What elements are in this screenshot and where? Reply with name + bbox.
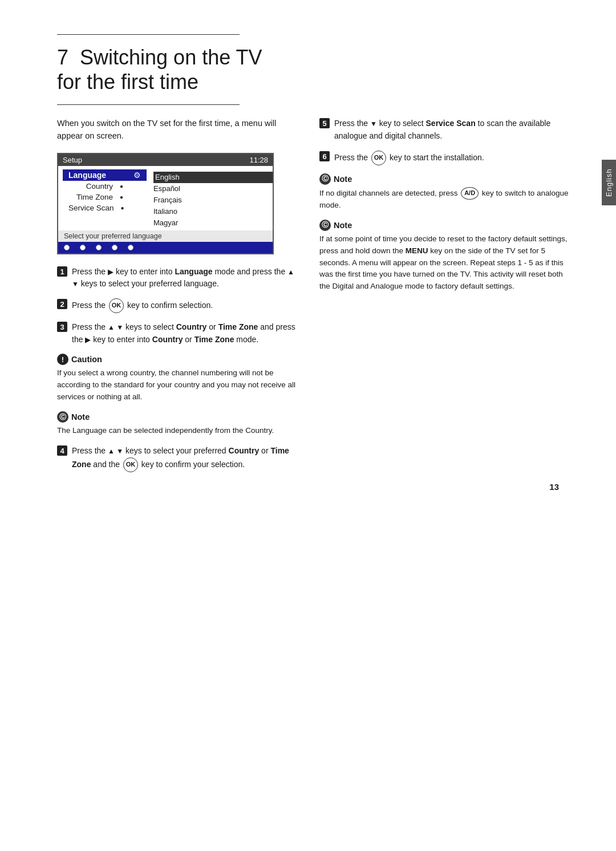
menu-row-timezone: Time Zone ●	[63, 192, 147, 202]
setup-menu-title: Setup	[63, 156, 82, 164]
caution-text: If you select a wrong country, the chann…	[57, 367, 297, 403]
menu-row-servicescan: Service Scan ●	[63, 202, 147, 213]
step-5-text: Press the ▼ key to select Service Scan t…	[334, 117, 570, 142]
note-title-2: Ⓒ Note	[319, 173, 570, 185]
ad-button-icon: A/D	[461, 187, 479, 200]
setup-dots	[58, 242, 273, 253]
setup-menu: Setup 11:28 Language ⚙ Country ●	[57, 153, 274, 254]
note-icon-2: Ⓒ	[319, 173, 331, 185]
chapter-heading: 7 Switching on the TV for the first time	[57, 45, 570, 94]
step-3: 3 Press the ▲ ▼ keys to select Country o…	[57, 321, 297, 346]
lang-english: English	[153, 172, 273, 183]
note-title-3: Ⓒ Note	[319, 220, 570, 231]
caution-icon: !	[57, 354, 68, 365]
lang-espanol: Español	[153, 183, 273, 194]
step-3-num: 3	[57, 322, 67, 332]
page-number: 13	[549, 482, 559, 492]
step-5-num: 5	[319, 118, 330, 128]
note-box-3: Ⓒ Note If at some point of time you deci…	[319, 220, 570, 293]
intro-text: When you switch on the TV set for the fi…	[57, 117, 297, 143]
lang-italiano: Italiano	[153, 206, 273, 217]
step-5: 5 Press the ▼ key to select Service Scan…	[319, 117, 570, 142]
ok-button-3-icon: OK	[371, 151, 386, 165]
note-text-2: If no digital channels are detected, pre…	[319, 187, 570, 212]
step-2: 2 Press the OK key to confirm selection.	[57, 298, 297, 313]
step-3-text: Press the ▲ ▼ keys to select Country or …	[72, 321, 297, 346]
menu-row-language: Language ⚙	[63, 169, 147, 181]
note-box-1: Ⓒ Note The Language can be selected inde…	[57, 411, 297, 437]
note-icon-1: Ⓒ	[57, 411, 68, 423]
step-1-text: Press the ▶ key to enter into Language m…	[72, 266, 297, 290]
step-1-num: 1	[57, 266, 67, 277]
note-text-1: The Language can be selected independent…	[57, 425, 297, 437]
lang-francais: Français	[153, 194, 273, 206]
step-1: 1 Press the ▶ key to enter into Language…	[57, 266, 297, 290]
step-6: 6 Press the OK key to start the installa…	[319, 151, 570, 165]
step-2-num: 2	[57, 299, 67, 309]
caution-box: ! Caution If you select a wrong country,…	[57, 354, 297, 403]
ok-button-icon: OK	[109, 298, 124, 313]
step-6-text: Press the OK key to start the installati…	[334, 151, 484, 165]
step-4: 4 Press the ▲ ▼ keys to select your pref…	[57, 445, 297, 472]
heading-rule	[57, 104, 240, 105]
step-2-text: Press the OK key to confirm selection.	[72, 298, 213, 313]
top-rule	[57, 34, 240, 35]
menu-row-country: Country ●	[63, 181, 147, 192]
right-column: 5 Press the ▼ key to select Service Scan…	[319, 117, 570, 480]
caution-title: ! Caution	[57, 354, 297, 365]
step-4-text: Press the ▲ ▼ keys to select your prefer…	[72, 445, 297, 472]
language-tab: English	[602, 160, 616, 205]
lang-magyar: Magyar	[153, 217, 273, 229]
note-text-3: If at some point of time you decide to r…	[319, 233, 570, 293]
setup-menu-time: 11:28	[249, 156, 268, 164]
note-icon-3: Ⓒ	[319, 220, 331, 231]
note-title-1: Ⓒ Note	[57, 411, 297, 423]
left-column: When you switch on the TV set for the fi…	[57, 117, 297, 480]
step-4-num: 4	[57, 445, 67, 456]
ok-button-2-icon: OK	[123, 457, 138, 472]
setup-footer: Select your preferred language	[58, 230, 273, 242]
note-box-2: Ⓒ Note If no digital channels are detect…	[319, 173, 570, 212]
step-6-num: 6	[319, 151, 330, 161]
